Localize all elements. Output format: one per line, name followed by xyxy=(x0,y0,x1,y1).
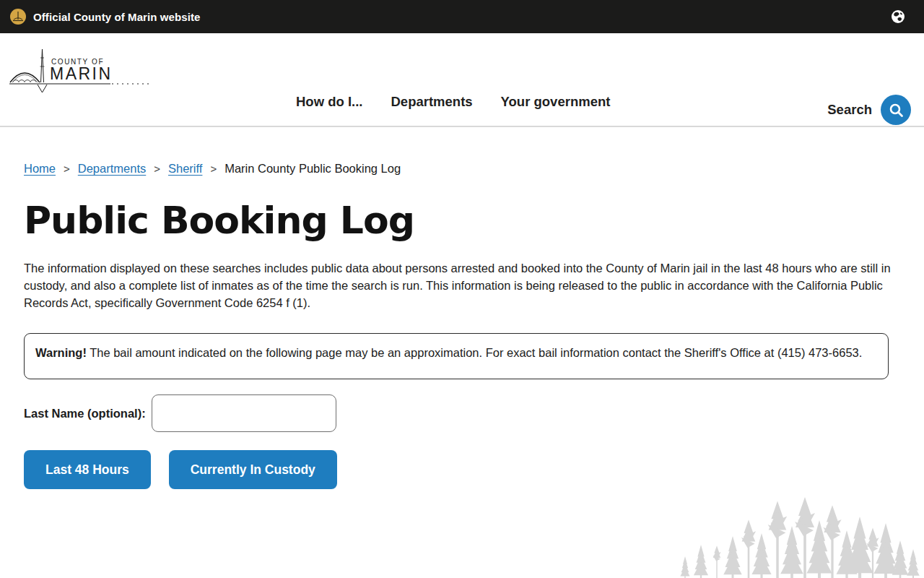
breadcrumb-separator: > xyxy=(210,163,217,175)
nav-item-your-government[interactable]: Your government xyxy=(501,94,611,110)
intro-paragraph: The information displayed on these searc… xyxy=(24,259,894,311)
breadcrumb-separator: > xyxy=(64,163,70,175)
breadcrumb-current-page: Marin County Public Booking Log xyxy=(225,162,401,176)
search-label[interactable]: Search xyxy=(827,102,872,118)
last-name-input[interactable] xyxy=(152,394,336,432)
logo-text-marin: MARIN xyxy=(50,64,113,83)
main-nav: How do I... Departments Your government xyxy=(296,94,610,110)
warning-box: Warning! The bail amount indicated on th… xyxy=(24,333,889,379)
county-seal-icon xyxy=(10,9,26,25)
last-name-form-row: Last Name (optional): xyxy=(24,394,900,432)
main-content: Home > Departments > Sheriff > Marin Cou… xyxy=(0,162,924,489)
currently-in-custody-button[interactable]: Currently In Custody xyxy=(169,450,337,489)
page-title: Public Booking Log xyxy=(24,199,900,242)
breadcrumb-link-home[interactable]: Home xyxy=(24,162,56,176)
search-buttons-row: Last 48 Hours Currently In Custody xyxy=(24,450,900,489)
search-button[interactable] xyxy=(881,95,911,125)
search-area: Search xyxy=(827,95,911,125)
breadcrumb-separator: > xyxy=(154,163,160,175)
nav-item-departments[interactable]: Departments xyxy=(391,94,473,110)
nav-item-how-do-i[interactable]: How do I... xyxy=(296,94,363,110)
warning-label: Warning! xyxy=(35,346,87,359)
site-header: COUNTY OF MARIN How do I... Departments … xyxy=(0,33,924,127)
banner-text: Official County of Marin website xyxy=(33,11,201,23)
forest-decoration xyxy=(675,497,924,578)
official-gov-banner: Official County of Marin website xyxy=(0,0,924,33)
warning-text: The bail amount indicated on the followi… xyxy=(87,346,862,359)
breadcrumb-link-departments[interactable]: Departments xyxy=(78,162,146,176)
language-globe-button[interactable] xyxy=(891,9,905,24)
breadcrumb: Home > Departments > Sheriff > Marin Cou… xyxy=(24,162,900,176)
last-48-hours-button[interactable]: Last 48 Hours xyxy=(24,450,151,489)
search-icon xyxy=(889,103,904,118)
last-name-label: Last Name (optional): xyxy=(24,407,146,420)
globe-icon xyxy=(891,9,905,24)
breadcrumb-link-sheriff[interactable]: Sheriff xyxy=(168,162,202,176)
county-of-marin-logo[interactable]: COUNTY OF MARIN xyxy=(9,48,154,101)
